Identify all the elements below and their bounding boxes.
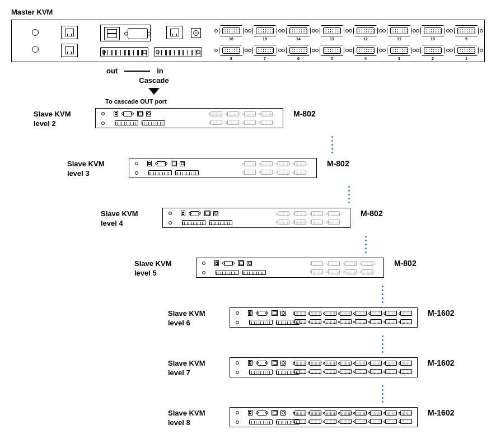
- server-port-icon: [227, 111, 239, 116]
- slave-kvm-unit: [230, 407, 418, 427]
- port-number: 12: [363, 37, 368, 41]
- console-module-icon: [100, 25, 151, 41]
- server-port-icon: [294, 220, 306, 225]
- server-port-icon: [310, 410, 321, 416]
- server-port-icon: [294, 410, 306, 416]
- port-number: 10: [431, 37, 435, 41]
- server-port-icon: [370, 410, 382, 416]
- cascade-connector-icon: [175, 170, 199, 175]
- usb-stack-icon: [114, 111, 118, 116]
- server-port-icon: [355, 311, 367, 316]
- slave-model: M-802: [293, 109, 316, 118]
- slave-kvm-unit: [129, 158, 317, 178]
- server-port-icon: [370, 311, 382, 316]
- server-port-icon: [362, 269, 373, 274]
- dc-power-icon: [280, 311, 286, 316]
- server-port-icon: 1: [454, 45, 479, 56]
- server-port-icon: [385, 311, 397, 316]
- cascade-connector-icon: [115, 120, 138, 125]
- server-port-icon: [328, 211, 340, 216]
- server-port-icon: [400, 361, 412, 366]
- server-port-icon: [355, 319, 367, 324]
- slave-label: Slave KVMlevel 2: [34, 109, 71, 128]
- server-port-icon: [311, 220, 323, 225]
- server-port-icon: 13: [320, 25, 344, 36]
- usb-stack-icon: [248, 410, 252, 416]
- rj45-port-icon: [272, 410, 278, 416]
- cascade-connector-icon: [242, 270, 266, 275]
- rj45-port-icon: [61, 44, 78, 57]
- slave-label-bottom: level 8: [168, 418, 205, 427]
- legend-cascade: Cascade: [106, 76, 202, 85]
- legend-line-icon: [124, 71, 150, 72]
- slave-row: Slave KVMlevel 3M-802: [11, 157, 485, 183]
- vga-port-icon: [128, 28, 148, 39]
- vga-port-icon: [258, 410, 266, 416]
- slave-kvm-unit: [196, 258, 384, 278]
- server-port-icon: [355, 419, 367, 424]
- slave-kvm-unit: [95, 108, 283, 128]
- cascade-connector-icon: [142, 120, 165, 125]
- server-port-icon: [310, 419, 321, 424]
- server-port-icon: [294, 170, 306, 175]
- server-port-icon: [311, 261, 323, 266]
- server-port-icon: [328, 269, 340, 274]
- server-port-icon: 10: [420, 25, 445, 36]
- server-port-icon: [294, 369, 306, 374]
- server-port-icon: [244, 111, 256, 116]
- rj45-port-icon: [272, 310, 278, 316]
- slave-label: Slave KVMlevel 8: [168, 408, 205, 427]
- mount-hole-icon: [101, 112, 105, 115]
- server-port-icon: [340, 369, 352, 374]
- server-port-icon: [370, 369, 382, 374]
- cascade-connector-icon: [249, 419, 273, 424]
- server-port-icon: [355, 361, 367, 366]
- slave-label: Slave KVMlevel 5: [134, 259, 171, 278]
- dc-power-icon: [280, 410, 286, 416]
- server-port-icon: [325, 369, 336, 374]
- dc-power-icon: [191, 28, 201, 38]
- rj45-port-icon: [61, 26, 78, 39]
- port-number: 3: [398, 57, 400, 60]
- slave-kvm-unit: [230, 307, 418, 328]
- mount-hole-icon: [169, 212, 172, 215]
- cascade-dots-icon: [280, 335, 485, 353]
- server-port-icon: [244, 170, 256, 175]
- server-port-icon: [310, 361, 321, 366]
- cascade-connector-icon: [148, 170, 172, 175]
- server-port-icon: [340, 361, 352, 366]
- slave-model: M-802: [327, 159, 349, 168]
- dc-power-icon: [247, 261, 252, 266]
- rj45-port-icon: [166, 26, 183, 39]
- usb-stack-icon: [181, 211, 185, 216]
- mount-hole-icon: [202, 271, 205, 274]
- slave-row: Slave KVMlevel 5M-802: [11, 256, 485, 282]
- cascade-connector-icon: [216, 270, 239, 275]
- cascade-connector-icon: [100, 47, 148, 57]
- mount-hole-icon: [101, 122, 105, 125]
- port-number: 6: [297, 57, 300, 60]
- server-port-icon: 12: [353, 25, 378, 36]
- server-port-icon: 14: [286, 25, 311, 36]
- mount-hole-icon: [236, 421, 239, 424]
- mount-hole-icon: [135, 171, 138, 175]
- slave-label: Slave KVMlevel 7: [168, 358, 205, 377]
- server-port-icon: 3: [387, 45, 411, 56]
- server-port-icon: [325, 319, 336, 324]
- slave-label-top: Slave KVM: [67, 159, 104, 169]
- server-port-icon: [294, 361, 306, 366]
- server-port-icon: [325, 410, 336, 416]
- server-port-icon: [370, 361, 382, 366]
- rj45-port-icon: [204, 211, 210, 216]
- rj45-port-icon: [137, 111, 143, 116]
- server-port-icon: [370, 419, 382, 424]
- slave-row: Slave KVMlevel 7M-1602: [11, 356, 485, 382]
- server-port-icon: [227, 120, 239, 125]
- dc-power-icon: [213, 211, 218, 216]
- mount-hole-icon: [135, 162, 138, 165]
- legend-out: out: [106, 67, 118, 75]
- dc-power-icon: [180, 161, 185, 166]
- server-port-icon: [261, 161, 273, 166]
- server-port-icon: 11: [387, 25, 411, 36]
- slave-label-top: Slave KVM: [134, 259, 171, 268]
